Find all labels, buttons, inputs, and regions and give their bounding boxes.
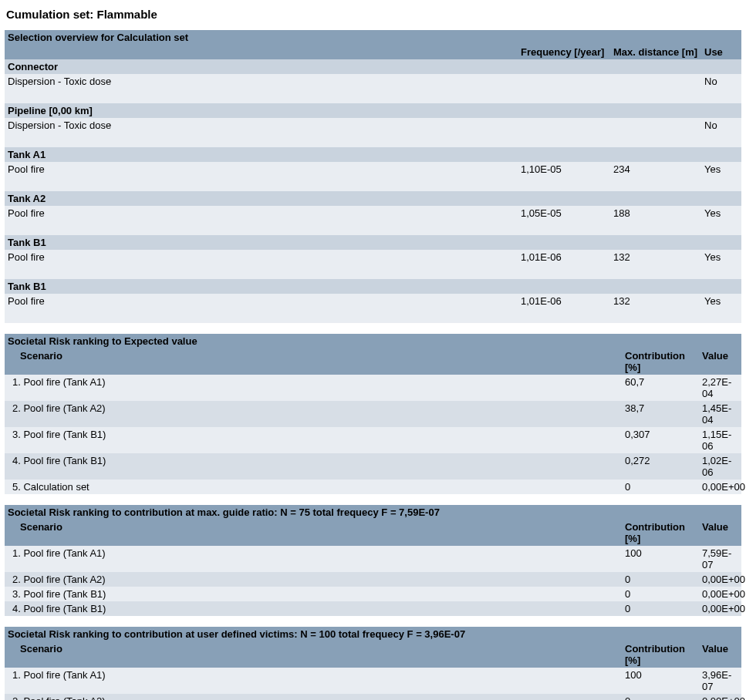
group-name: Connector xyxy=(5,59,741,74)
row-value: No xyxy=(701,118,741,133)
value-cell: 7,59E-07 xyxy=(699,546,741,572)
spacer xyxy=(5,89,741,103)
ranking-table: Societal Risk ranking to contribution at… xyxy=(5,627,741,700)
col-value: Value xyxy=(699,348,741,375)
row-value: 132 xyxy=(610,294,701,308)
value-cell: 1,45E-04 xyxy=(699,401,741,427)
group-name: Tank B1 xyxy=(5,279,741,294)
contribution-cell: 0 xyxy=(622,480,699,494)
selection-overview-table: Selection overview for Calculation set F… xyxy=(5,30,741,323)
scenario-cell: 4. Pool fire (Tank B1) xyxy=(5,453,622,480)
table-row: 2. Pool fire (Tank A2)38,71,45E-04 xyxy=(5,401,741,427)
scenario-cell: 4. Pool fire (Tank B1) xyxy=(5,601,622,616)
value-cell: 2,27E-04 xyxy=(699,375,741,401)
ranking-heading: Societal Risk ranking to contribution at… xyxy=(5,627,741,641)
ranking-table: Societal Risk ranking to Expected valueS… xyxy=(5,334,741,494)
table-row: 1. Pool fire (Tank A1)1003,96E-07 xyxy=(5,668,741,694)
contribution-cell: 0 xyxy=(622,601,699,616)
contribution-cell: 0 xyxy=(622,587,699,601)
group-name: Tank B1 xyxy=(5,235,741,250)
row-value: Yes xyxy=(701,206,741,220)
ranking-heading: Societal Risk ranking to contribution at… xyxy=(5,505,741,520)
col-scenario: Scenario xyxy=(5,641,622,668)
table-row: Dispersion - Toxic doseNo xyxy=(5,118,741,133)
contribution-cell: 0 xyxy=(622,572,699,587)
row-value xyxy=(518,74,610,89)
col-scenario: Scenario xyxy=(5,520,622,546)
spacer xyxy=(5,264,741,279)
scenario-cell: 1. Pool fire (Tank A1) xyxy=(5,546,622,572)
row-value: 1,05E-05 xyxy=(518,206,610,220)
col-empty xyxy=(5,45,518,59)
contribution-cell: 100 xyxy=(622,546,699,572)
row-label: Pool fire xyxy=(5,162,518,177)
col-value: Value xyxy=(699,641,741,668)
table-row: Pool fire1,01E-06132Yes xyxy=(5,250,741,264)
spacer xyxy=(5,133,741,147)
value-cell: 1,15E-06 xyxy=(699,427,741,453)
col-contribution: Contribution [%] xyxy=(622,641,699,668)
scenario-cell: 1. Pool fire (Tank A1) xyxy=(5,375,622,401)
col-contribution: Contribution [%] xyxy=(622,348,699,375)
contribution-cell: 38,7 xyxy=(622,401,699,427)
row-label: Pool fire xyxy=(5,294,518,308)
row-value xyxy=(518,118,610,133)
table-row: Pool fire1,01E-06132Yes xyxy=(5,294,741,308)
row-value: No xyxy=(701,74,741,89)
row-value: 234 xyxy=(610,162,701,177)
table-row: Pool fire1,05E-05188Yes xyxy=(5,206,741,220)
table-row: 2. Pool fire (Tank A2)00,00E+00 xyxy=(5,694,741,700)
value-cell: 0,00E+00 xyxy=(699,587,741,601)
scenario-cell: 3. Pool fire (Tank B1) xyxy=(5,587,622,601)
ranking-table: Societal Risk ranking to contribution at… xyxy=(5,505,741,616)
table-row: 3. Pool fire (Tank B1)0,3071,15E-06 xyxy=(5,427,741,453)
contribution-cell: 0,272 xyxy=(622,453,699,480)
row-value: 188 xyxy=(610,206,701,220)
row-value xyxy=(610,118,701,133)
table-row: 1. Pool fire (Tank A1)1007,59E-07 xyxy=(5,546,741,572)
col-value: Value xyxy=(699,520,741,546)
page-title: Cumulation set: Flammable xyxy=(5,5,741,30)
table-row: 5. Calculation set00,00E+00 xyxy=(5,480,741,494)
value-cell: 1,02E-06 xyxy=(699,453,741,480)
ranking-heading: Societal Risk ranking to Expected value xyxy=(5,334,741,348)
row-label: Pool fire xyxy=(5,250,518,264)
value-cell: 0,00E+00 xyxy=(699,572,741,587)
group-name: Tank A1 xyxy=(5,147,741,162)
value-cell: 3,96E-07 xyxy=(699,668,741,694)
scenario-cell: 3. Pool fire (Tank B1) xyxy=(5,427,622,453)
scenario-cell: 2. Pool fire (Tank A2) xyxy=(5,694,622,700)
row-value: Yes xyxy=(701,294,741,308)
col-use: Use xyxy=(701,45,741,59)
table-row: 4. Pool fire (Tank B1)00,00E+00 xyxy=(5,601,741,616)
row-label: Pool fire xyxy=(5,206,518,220)
scenario-cell: 1. Pool fire (Tank A1) xyxy=(5,668,622,694)
value-cell: 0,00E+00 xyxy=(699,694,741,700)
row-value xyxy=(610,74,701,89)
col-scenario: Scenario xyxy=(5,348,622,375)
row-value: Yes xyxy=(701,162,741,177)
scenario-cell: 2. Pool fire (Tank A2) xyxy=(5,401,622,427)
value-cell: 0,00E+00 xyxy=(699,601,741,616)
row-value: 1,10E-05 xyxy=(518,162,610,177)
table-row: 2. Pool fire (Tank A2)00,00E+00 xyxy=(5,572,741,587)
spacer xyxy=(5,308,741,323)
value-cell: 0,00E+00 xyxy=(699,480,741,494)
contribution-cell: 0 xyxy=(622,694,699,700)
table-row: 3. Pool fire (Tank B1)00,00E+00 xyxy=(5,587,741,601)
row-label: Dispersion - Toxic dose xyxy=(5,74,518,89)
spacer xyxy=(5,220,741,235)
row-label: Dispersion - Toxic dose xyxy=(5,118,518,133)
col-frequency: Frequency [/year] xyxy=(518,45,610,59)
spacer xyxy=(5,177,741,191)
col-contribution: Contribution [%] xyxy=(622,520,699,546)
contribution-cell: 0,307 xyxy=(622,427,699,453)
contribution-cell: 100 xyxy=(622,668,699,694)
table-row: 1. Pool fire (Tank A1)60,72,27E-04 xyxy=(5,375,741,401)
section-heading: Selection overview for Calculation set xyxy=(5,30,741,45)
table-row: Dispersion - Toxic doseNo xyxy=(5,74,741,89)
group-name: Pipeline [0,00 km] xyxy=(5,103,741,118)
table-row: 4. Pool fire (Tank B1)0,2721,02E-06 xyxy=(5,453,741,480)
table-row: Pool fire1,10E-05234Yes xyxy=(5,162,741,177)
contribution-cell: 60,7 xyxy=(622,375,699,401)
